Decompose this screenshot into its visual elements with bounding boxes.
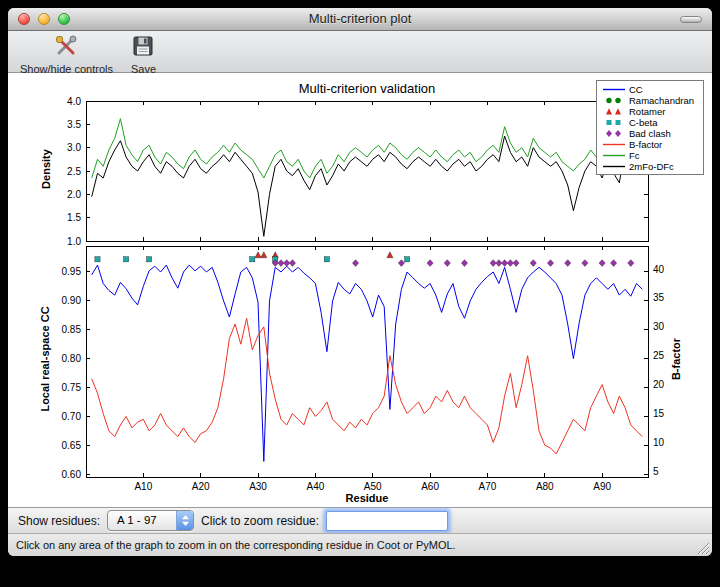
- svg-text:1.5: 1.5: [67, 212, 81, 223]
- svg-text:A90: A90: [593, 481, 611, 492]
- legend-item: Fc: [601, 150, 700, 161]
- svg-text:A60: A60: [421, 481, 439, 492]
- legend-item: CC: [601, 84, 700, 95]
- legend-diamond-icon: [601, 129, 626, 138]
- resize-grip[interactable]: [696, 540, 709, 553]
- svg-text:20: 20: [653, 379, 665, 390]
- svg-text:4.0: 4.0: [67, 96, 81, 107]
- svg-text:A70: A70: [479, 481, 497, 492]
- save-button[interactable]: Save: [131, 34, 156, 75]
- legend-item: Rotamer: [601, 106, 700, 117]
- svg-text:0.80: 0.80: [62, 353, 82, 364]
- residue-axis-label: Residue: [86, 492, 648, 504]
- legend-item: Bad clash: [601, 128, 700, 139]
- svg-text:A80: A80: [536, 481, 554, 492]
- svg-text:25: 25: [653, 350, 665, 361]
- save-icon: [131, 34, 155, 62]
- window-title: Multi-criterion plot: [8, 8, 712, 30]
- svg-text:0.95: 0.95: [62, 266, 82, 277]
- legend-line-sample: [601, 162, 626, 171]
- zoom-residue-input[interactable]: [326, 511, 448, 531]
- figure-title: Multi-criterion validation: [86, 81, 648, 96]
- legend-line-sample: [601, 140, 626, 149]
- popup-stepper-icon: [176, 511, 193, 530]
- legend-label: 2mFo-DFc: [629, 161, 674, 172]
- status-text: Click on any area of the graph to zoom i…: [16, 539, 456, 551]
- svg-text:0.65: 0.65: [62, 440, 82, 451]
- svg-text:40: 40: [653, 264, 665, 275]
- svg-text:0.60: 0.60: [62, 469, 82, 480]
- title-bar[interactable]: Multi-criterion plot: [8, 8, 712, 31]
- svg-text:10: 10: [653, 437, 665, 448]
- svg-text:A30: A30: [249, 481, 267, 492]
- legend-triangle-icon: [601, 107, 626, 116]
- legend-label: Ramachandran: [629, 95, 694, 106]
- tools-icon: [54, 34, 78, 62]
- legend-label: B-factor: [629, 139, 662, 150]
- legend-label: Rotamer: [629, 106, 665, 117]
- legend-label: C-beta: [629, 117, 658, 128]
- svg-text:0.90: 0.90: [62, 295, 82, 306]
- bfactor-axis-label: B-factor: [670, 244, 682, 475]
- svg-text:A50: A50: [364, 481, 382, 492]
- app-window: Multi-criterion plot Show/hide controls: [8, 8, 712, 556]
- residue-range-value: A 1 - 97: [108, 511, 176, 530]
- status-bar: Click on any area of the graph to zoom i…: [8, 533, 712, 556]
- density-axis-label: Density: [40, 99, 52, 239]
- density-plot-frame: [86, 101, 648, 241]
- controls-bar: Show residues: A 1 - 97 Click to zoom re…: [8, 507, 712, 533]
- legend-label: CC: [629, 84, 643, 95]
- legend-label: Bad clash: [629, 128, 671, 139]
- svg-text:A20: A20: [192, 481, 210, 492]
- cc-axis-label: Local real-space CC: [39, 244, 51, 475]
- legend-item: Ramachandran: [601, 95, 700, 106]
- svg-text:30: 30: [653, 321, 665, 332]
- legend-circle-icon: [601, 96, 626, 105]
- svg-text:0.85: 0.85: [62, 324, 82, 335]
- svg-text:15: 15: [653, 408, 665, 419]
- plot-canvas[interactable]: 1.01.52.02.53.03.54.00.600.650.700.750.8…: [8, 73, 712, 507]
- legend-item: C-beta: [601, 117, 700, 128]
- legend-square-icon: [601, 118, 626, 127]
- legend-item: B-factor: [601, 139, 700, 150]
- residue-range-select[interactable]: A 1 - 97: [107, 510, 194, 531]
- svg-text:A40: A40: [306, 481, 324, 492]
- svg-text:5: 5: [653, 466, 659, 477]
- toolbar-toggle-button[interactable]: [680, 16, 702, 23]
- zoom-residue-label: Click to zoom residue:: [201, 514, 319, 528]
- show-residues-label: Show residues:: [18, 514, 100, 528]
- legend-line-sample: [601, 85, 626, 94]
- svg-text:3.5: 3.5: [67, 119, 81, 130]
- cc-bfactor-plot-frame: [86, 246, 648, 477]
- svg-text:0.70: 0.70: [62, 411, 82, 422]
- legend-line-sample: [601, 151, 626, 160]
- svg-text:A10: A10: [134, 481, 152, 492]
- svg-text:2.0: 2.0: [67, 189, 81, 200]
- plot-legend: CCRamachandranRotamerC-betaBad clashB-fa…: [596, 80, 704, 175]
- show-hide-controls-button[interactable]: Show/hide controls: [20, 34, 113, 75]
- toolbar: Show/hide controls Save: [8, 31, 712, 73]
- legend-label: Fc: [629, 150, 640, 161]
- svg-text:0.75: 0.75: [62, 382, 82, 393]
- svg-text:1.0: 1.0: [67, 236, 81, 247]
- svg-text:3.0: 3.0: [67, 142, 81, 153]
- legend-item: 2mFo-DFc: [601, 161, 700, 172]
- svg-text:2.5: 2.5: [67, 166, 81, 177]
- svg-text:35: 35: [653, 292, 665, 303]
